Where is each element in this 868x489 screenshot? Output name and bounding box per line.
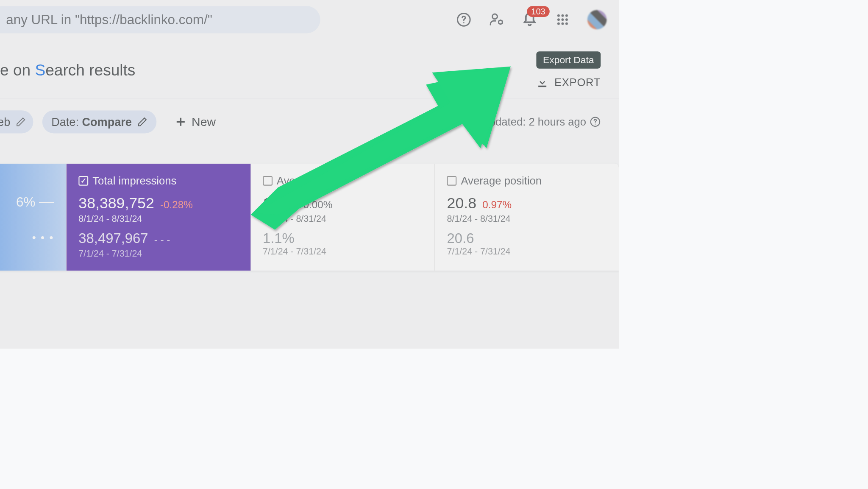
metric-card-clicks[interactable]: 6%— • • • — [0, 164, 67, 271]
notifications-icon[interactable]: 103 — [521, 11, 537, 28]
help-icon[interactable] — [456, 11, 472, 28]
metric-card-ctr[interactable]: Average CTR 1.1% 0.00% 8/1/24 - 8/31/24 … — [250, 164, 435, 271]
filter-chip-date[interactable]: Date: Compare — [42, 110, 157, 133]
download-icon — [536, 76, 548, 89]
page-title: e on Search results — [0, 61, 135, 79]
pencil-icon — [16, 117, 26, 127]
svg-point-12 — [565, 22, 568, 25]
export-button[interactable]: EXPORT — [536, 76, 601, 89]
checkbox-icon[interactable] — [447, 176, 457, 186]
impressions-delta: -0.28% — [160, 199, 193, 211]
help-icon[interactable] — [590, 116, 601, 127]
svg-point-6 — [565, 14, 568, 17]
svg-point-5 — [561, 14, 564, 17]
ctr-value: 1.1% — [263, 194, 297, 212]
position-delta: 0.97% — [482, 199, 512, 211]
svg-point-14 — [595, 124, 595, 125]
metric-card-impressions[interactable]: Total impressions 38,389,752 -0.28% 8/1/… — [67, 164, 251, 271]
avatar[interactable] — [587, 10, 607, 30]
svg-point-11 — [561, 22, 564, 25]
svg-point-8 — [561, 18, 564, 21]
impressions-value: 38,389,752 — [78, 194, 154, 212]
plus-icon — [175, 116, 187, 128]
svg-point-2 — [492, 14, 498, 19]
metrics-row: 6%— • • • Total impressions 38,389,752 -… — [0, 164, 619, 271]
search-placeholder: any URL in "https://backlinko.com/" — [6, 12, 212, 28]
svg-point-7 — [557, 18, 560, 21]
search-input[interactable]: any URL in "https://backlinko.com/" — [0, 6, 320, 33]
export-label: EXPORT — [554, 76, 601, 89]
notification-badge: 103 — [527, 6, 549, 17]
last-updated: updated: 2 hours ago — [483, 115, 601, 128]
pencil-icon — [137, 117, 147, 127]
new-filter-button[interactable]: New — [175, 115, 216, 129]
user-settings-icon[interactable] — [489, 11, 505, 28]
apps-icon[interactable] — [554, 11, 570, 28]
metric-card-position[interactable]: Average position 20.8 0.97% 8/1/24 - 8/3… — [435, 164, 619, 271]
export-tooltip: Export Data — [536, 51, 601, 69]
ctr-delta: 0.00% — [303, 199, 332, 211]
checkbox-icon[interactable] — [263, 176, 273, 186]
svg-point-4 — [557, 14, 560, 17]
filter-chip-searchtype[interactable]: eb — [0, 110, 33, 133]
svg-point-1 — [463, 22, 465, 23]
checkbox-icon[interactable] — [78, 176, 88, 186]
svg-point-3 — [498, 20, 502, 24]
svg-point-10 — [557, 22, 560, 25]
svg-point-9 — [565, 18, 568, 21]
position-value: 20.8 — [447, 194, 476, 212]
